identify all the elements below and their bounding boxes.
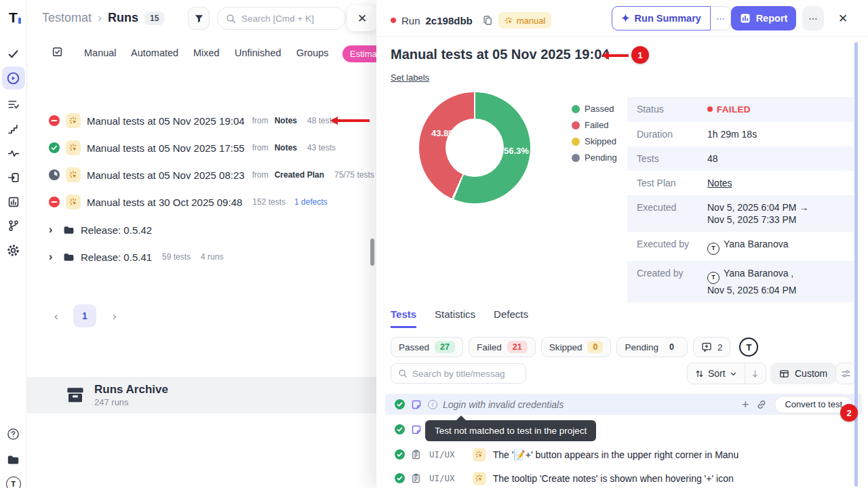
test-row[interactable]: UI/UX The '📝+' button appears in the upp…: [385, 444, 862, 465]
link-icon[interactable]: [756, 399, 767, 410]
runs-nav-icon[interactable]: [2, 66, 25, 89]
breadcrumb-separator-icon: ›: [98, 11, 102, 25]
chip-comments[interactable]: 2: [693, 337, 731, 357]
comments-count: 2: [717, 342, 723, 352]
run-row[interactable]: Manual tests at 05 Nov 2025 08:23 from C…: [49, 161, 374, 188]
funnel-icon: [194, 14, 204, 24]
tab-groups[interactable]: Groups: [296, 47, 329, 58]
ellipsis-icon: ⋯: [808, 13, 818, 24]
ellipsis-icon: ⋯: [716, 14, 725, 24]
annotation-circle-2: 2: [840, 404, 858, 422]
account-avatar[interactable]: T: [5, 476, 22, 488]
run-row[interactable]: Manual tests at 05 Nov 2025 17:55 from N…: [49, 134, 374, 161]
breadcrumb-app[interactable]: Testomat: [42, 11, 92, 25]
sort-button[interactable]: Sort: [688, 363, 745, 384]
tests-search[interactable]: [391, 363, 526, 384]
detail-label: Duration: [637, 128, 707, 140]
tab-manual[interactable]: Manual: [84, 47, 117, 58]
panel-close-button[interactable]: ✕: [347, 5, 377, 31]
sparkles-icon: ✦: [621, 12, 630, 24]
tab-statistics[interactable]: Statistics: [435, 308, 475, 328]
select-all-icon[interactable]: [52, 46, 63, 58]
manual-run-icon: [66, 140, 81, 155]
tests-search-input[interactable]: [412, 369, 514, 379]
tab-tests[interactable]: Tests: [391, 308, 416, 328]
custom-view-button[interactable]: Custom: [770, 363, 836, 384]
add-icon[interactable]: +: [742, 399, 749, 411]
chip-label: Skipped: [549, 342, 583, 352]
detail-row-executed-by: Executed by TYana Baranova: [627, 232, 854, 261]
runs-filter-tabs: Manual Automated Mixed Unfinished Groups…: [27, 42, 376, 66]
detail-row-executed: Executed Nov 5, 2025 6:04 PM →Nov 5, 202…: [627, 195, 854, 232]
global-search[interactable]: [217, 7, 346, 30]
pagination-prev-button[interactable]: ‹: [54, 310, 58, 323]
tab-defects[interactable]: Defects: [494, 308, 528, 328]
run-label: Run: [401, 15, 420, 26]
chip-pending[interactable]: Pending0: [616, 337, 688, 357]
sort-direction-button[interactable]: [745, 363, 766, 384]
runs-archive[interactable]: Runs Archive 247 runs: [27, 377, 376, 413]
tasks-check-icon[interactable]: [5, 45, 22, 62]
breadcrumb: Testomat › Runs 15: [42, 11, 164, 25]
created-by-value: Yana Baranova ,: [724, 268, 793, 279]
test-title: Login with invalid credentials: [443, 399, 564, 410]
pagination-page-1[interactable]: 1: [73, 304, 96, 327]
chart-legend: Passed Failed Skipped Pending: [572, 104, 617, 169]
filter-button[interactable]: [188, 7, 210, 30]
pagination-next-button[interactable]: ›: [113, 310, 117, 323]
pulse-icon[interactable]: [5, 145, 22, 161]
chip-label: Failed: [477, 342, 502, 352]
left-scrollbar-thumb[interactable]: [370, 239, 374, 266]
run-summary-more-button[interactable]: ⋯: [711, 6, 731, 30]
chip-failed[interactable]: Failed21: [469, 337, 536, 357]
test-plan-link[interactable]: Notes: [707, 177, 732, 189]
run-details-table: Status FAILED Duration 1h 29m 18s Tests …: [627, 97, 854, 302]
search-input[interactable]: [241, 14, 330, 24]
test-row-note[interactable]: i Login with invalid credentials + Conve…: [385, 394, 862, 415]
copy-icon[interactable]: [482, 15, 493, 26]
display-settings-button[interactable]: [835, 363, 856, 384]
chevron-right-icon[interactable]: ›: [49, 224, 57, 236]
failed-status-icon: [49, 115, 60, 126]
run-from-label: from: [252, 143, 269, 152]
right-scrollbar-thumb[interactable]: [854, 42, 858, 487]
help-icon[interactable]: [5, 426, 22, 442]
runs-panel: Testomat › Runs 15 ✕ Manual Automated Mi…: [27, 0, 376, 488]
run-row[interactable]: Manual tests at 05 Nov 2025 19:04 from N…: [49, 107, 374, 134]
test-row[interactable]: UI/UX The tooltip 'Create notes' is show…: [385, 468, 862, 488]
test-list-icon[interactable]: [5, 96, 22, 113]
folder-row[interactable]: › Release: 0.5.42: [49, 216, 374, 243]
assignee-avatar[interactable]: T: [739, 338, 758, 357]
folder-row[interactable]: › Release: 0.5.41 59 tests 4 runs: [49, 243, 374, 270]
comment-plus-icon: [701, 342, 712, 352]
chevron-right-icon[interactable]: ›: [49, 251, 57, 263]
import-icon[interactable]: [5, 169, 22, 186]
chip-passed[interactable]: Passed27: [391, 337, 463, 357]
passed-status-icon: [395, 399, 405, 409]
report-button[interactable]: Report: [731, 6, 796, 30]
detail-row-created-by: Created by TYana Baranova ,Nov 5, 2025 6…: [627, 261, 854, 302]
branch-icon[interactable]: [5, 218, 22, 234]
detail-label: Executed: [637, 201, 707, 226]
archive-subtitle: 247 runs: [94, 397, 168, 407]
run-summary-button[interactable]: ✦ Run Summary: [612, 6, 711, 30]
run-from-label: from: [252, 170, 269, 180]
close-panel-icon[interactable]: ✕: [838, 12, 848, 26]
tab-unfinished[interactable]: Unfinished: [235, 47, 281, 58]
tab-automated[interactable]: Automated: [131, 47, 178, 58]
run-row[interactable]: Manual tests at 30 Oct 2025 09:48 152 te…: [49, 188, 374, 216]
defects-link[interactable]: 1 defects: [294, 197, 328, 207]
analytics-icon[interactable]: [5, 194, 22, 210]
chip-skipped[interactable]: Skipped0: [541, 337, 612, 357]
run-summary-split-button: ✦ Run Summary ⋯: [612, 6, 731, 30]
settings-gear-icon[interactable]: [5, 242, 22, 258]
folder-meta-tests: 59 tests: [162, 252, 191, 262]
set-labels-link[interactable]: Set labels: [391, 73, 429, 83]
steps-icon[interactable]: [5, 121, 22, 137]
projects-folder-icon[interactable]: [5, 451, 22, 468]
header-more-button[interactable]: ⋯: [802, 6, 824, 30]
tab-mixed[interactable]: Mixed: [193, 47, 220, 58]
run-summary-label: Run Summary: [635, 13, 701, 24]
run-from-value: Created Plan: [275, 170, 324, 180]
app-logo[interactable]: T: [5, 9, 22, 25]
